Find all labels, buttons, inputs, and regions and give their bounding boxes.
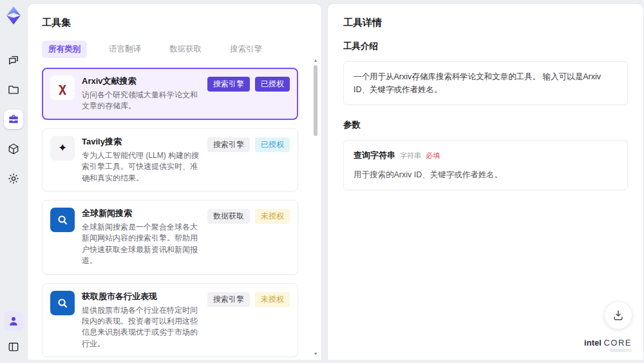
- folder-icon: [7, 83, 20, 96]
- scrollbar-thumb[interactable]: [314, 65, 317, 136]
- param-description: 用于搜索的Arxiv ID、关键字或作者姓名。: [354, 168, 618, 181]
- nav-settings[interactable]: [4, 169, 23, 188]
- status-badge: 未授权: [255, 292, 290, 307]
- status-badge: 未授权: [255, 209, 290, 224]
- left-rail: [0, 0, 27, 363]
- tool-description: 专为人工智能代理 (LLM) 构建的搜索引擎工具。可快速提供实时、准确和真实的结…: [82, 150, 200, 184]
- intel-logo-subbar: [610, 349, 632, 352]
- tool-description: 访问各个研究领域大量科学论文和文章的存储库。: [82, 90, 200, 112]
- tool-card-arxiv[interactable]: χ Arxiv文献搜索 访问各个研究领域大量科学论文和文章的存储库。 搜索引擎 …: [42, 68, 298, 120]
- intro-heading: 工具介绍: [343, 41, 628, 52]
- scroll-down-arrow[interactable]: ▼: [312, 351, 319, 357]
- tool-card-sector-performance[interactable]: 获取股市各行业表现 提供股票市场各个行业在特定时间段内的表现。投资者可以利用这些…: [42, 283, 298, 358]
- tool-name: 获取股市各行业表现: [82, 291, 200, 302]
- status-badge: 已授权: [255, 77, 290, 92]
- status-badge: 已授权: [255, 137, 290, 152]
- search-app-icon: [50, 291, 75, 315]
- download-button[interactable]: [605, 302, 632, 329]
- tavily-icon: ✦: [50, 136, 75, 161]
- tool-card-tavily[interactable]: ✦ Tavily搜索 专为人工智能代理 (LLM) 构建的搜索引擎工具。可快速提…: [42, 128, 298, 191]
- cube-icon: [7, 142, 20, 155]
- tab-data-fetching[interactable]: 数据获取: [163, 41, 208, 58]
- param-box: 查询字符串字符串必填 用于搜索的Arxiv ID、关键字或作者姓名。: [343, 140, 628, 190]
- tab-all-categories[interactable]: 所有类别: [42, 41, 87, 58]
- toolbox-icon: [7, 113, 20, 126]
- tab-search-engine[interactable]: 搜索引擎: [223, 41, 269, 58]
- list-scrollbar: ▲ ▼: [312, 57, 319, 357]
- nav-chat[interactable]: [4, 50, 23, 70]
- param-name: 查询字符串: [354, 150, 395, 160]
- nav-toolbox[interactable]: [4, 110, 23, 129]
- category-badge: 搜索引擎: [207, 137, 250, 152]
- params-heading: 参数: [343, 119, 628, 131]
- scroll-up-arrow[interactable]: ▲: [312, 57, 319, 64]
- category-badge: 搜索引擎: [207, 292, 250, 307]
- tools-panel-title: 工具集: [42, 17, 307, 29]
- tab-language-translation[interactable]: 语言翻译: [102, 41, 147, 58]
- download-icon: [612, 309, 625, 322]
- tool-description: 全球新闻搜索是一个聚合全球各大新闻网站内容的搜索引擎。帮助用户快速获取全球最新资…: [82, 222, 200, 267]
- intro-text: 一个用于从Arxiv存储库搜索科学论文和文章的工具。 输入可以是Arxiv ID…: [354, 72, 601, 94]
- intro-box: 一个用于从Arxiv存储库搜索科学论文和文章的工具。 输入可以是Arxiv ID…: [343, 61, 628, 105]
- search-app-icon: [50, 208, 75, 232]
- tools-panel: 工具集 所有类别 语言翻译 数据获取 搜索引擎 χ Arxiv文献搜索 访问各个…: [27, 3, 322, 360]
- app-logo: [5, 6, 22, 25]
- intel-core-logo: intel CORE: [584, 338, 632, 352]
- details-panel-title: 工具详情: [343, 17, 628, 29]
- param-required-badge: 必填: [426, 152, 440, 159]
- user-profile-button[interactable]: [4, 311, 23, 331]
- tool-description: 提供股票市场各个行业在特定时间段内的表现。投资者可以利用这些信息来识别表现优于或…: [82, 305, 200, 350]
- category-tabs: 所有类别 语言翻译 数据获取 搜索引擎: [42, 41, 307, 58]
- chat-icon: [7, 54, 20, 66]
- tool-name: Arxiv文献搜索: [82, 75, 200, 87]
- tool-name: 全球新闻搜索: [82, 208, 200, 219]
- gear-icon: [7, 172, 20, 185]
- core-brand-text: CORE: [603, 338, 632, 348]
- intel-brand-text: intel: [584, 338, 601, 348]
- category-badge: 数据获取: [207, 209, 250, 224]
- nav-models[interactable]: [4, 139, 23, 159]
- user-icon: [7, 315, 20, 328]
- tool-card-global-news[interactable]: 全球新闻搜索 全球新闻搜索是一个聚合全球各大新闻网站内容的搜索引擎。帮助用户快速…: [42, 200, 298, 275]
- panel-toggle-button[interactable]: [4, 337, 23, 357]
- nav-files[interactable]: [4, 80, 23, 99]
- panel-toggle-icon: [7, 340, 20, 353]
- tool-list: χ Arxiv文献搜索 访问各个研究领域大量科学论文和文章的存储库。 搜索引擎 …: [42, 68, 307, 360]
- category-badge: 搜索引擎: [207, 77, 250, 92]
- param-type: 字符串: [400, 152, 421, 159]
- tool-details-panel: 工具详情 工具介绍 一个用于从Arxiv存储库搜索科学论文和文章的工具。 输入可…: [327, 3, 644, 360]
- tool-name: Tavily搜索: [82, 136, 200, 148]
- arxiv-icon: χ: [50, 75, 75, 100]
